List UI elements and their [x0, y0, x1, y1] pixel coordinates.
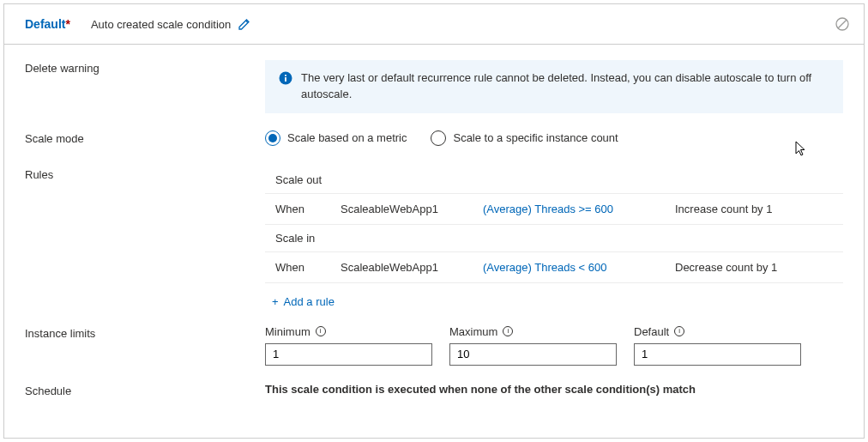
rule-when: When [275, 261, 341, 274]
title-text: Default [25, 17, 65, 31]
rule-target: ScaleableWebApp1 [341, 203, 483, 215]
section-scale-out: Scale out [265, 167, 843, 194]
row-scale-mode: Scale mode Scale based on a metric Scale… [25, 130, 843, 146]
row-instance-limits: Instance limits Minimum i Maximum i [25, 325, 843, 366]
info-icon[interactable]: i [503, 326, 513, 336]
add-rule-label: Add a rule [284, 295, 335, 308]
rule-action: Increase count by 1 [675, 203, 843, 215]
maximum-input[interactable] [449, 343, 617, 366]
rule-when: When [275, 203, 341, 215]
rules-table: Scale out When ScaleableWebApp1 (Average… [265, 167, 843, 283]
instance-limits-group: Minimum i Maximum i De [265, 325, 843, 366]
radio-label-metric: Scale based on a metric [287, 131, 407, 144]
field-label-default: Default i [634, 325, 801, 338]
radio-scale-fixed[interactable]: Scale to a specific instance count [431, 130, 618, 146]
field-maximum: Maximum i [449, 325, 617, 366]
rule-metric-link[interactable]: (Average) Threads < 600 [483, 261, 675, 274]
label-scale-mode: Scale mode [25, 130, 265, 145]
field-label-maximum: Maximum i [449, 325, 617, 338]
info-icon[interactable]: i [316, 326, 326, 336]
radio-indicator-unchecked [431, 130, 446, 146]
svg-rect-4 [285, 75, 286, 76]
row-delete-warning: Delete warning The very last or default … [25, 60, 843, 113]
row-schedule: Schedule This scale condition is execute… [25, 383, 843, 397]
radio-indicator-checked [265, 130, 280, 146]
row-rules: Rules Scale out When ScaleableWebApp1 (A… [25, 167, 843, 308]
svg-line-1 [838, 20, 847, 28]
add-rule-button[interactable]: + Add a rule [272, 295, 843, 308]
rule-row-scale-in[interactable]: When ScaleableWebApp1 (Average) Threads … [265, 252, 843, 283]
panel-body: Delete warning The very last or default … [4, 45, 864, 397]
minimum-label-text: Minimum [265, 325, 310, 338]
default-input[interactable] [634, 343, 801, 366]
rule-metric-link[interactable]: (Average) Threads >= 600 [483, 203, 675, 215]
panel-subtitle: Auto created scale condition [91, 18, 231, 31]
panel-header: Default* Auto created scale condition [4, 4, 864, 45]
field-minimum: Minimum i [265, 325, 432, 366]
scale-condition-panel: Default* Auto created scale condition De… [3, 3, 865, 439]
rule-action: Decrease count by 1 [675, 261, 843, 274]
label-schedule: Schedule [25, 383, 265, 397]
panel-title: Default* [25, 17, 70, 31]
maximum-label-text: Maximum [449, 325, 497, 338]
rule-row-scale-out[interactable]: When ScaleableWebApp1 (Average) Threads … [265, 194, 843, 225]
info-icon [279, 71, 292, 90]
scale-mode-radiogroup: Scale based on a metric Scale to a speci… [265, 130, 843, 146]
radio-label-fixed: Scale to a specific instance count [453, 131, 618, 144]
info-icon[interactable]: i [674, 326, 684, 336]
section-scale-in: Scale in [265, 225, 843, 252]
label-delete-warning: Delete warning [25, 60, 265, 75]
required-star: * [65, 17, 69, 31]
rule-target: ScaleableWebApp1 [341, 261, 483, 274]
delete-warning-callout: The very last or default recurrence rule… [265, 60, 843, 113]
radio-scale-metric[interactable]: Scale based on a metric [265, 130, 407, 146]
schedule-description: This scale condition is executed when no… [265, 383, 696, 396]
plus-icon: + [272, 295, 279, 308]
default-label-text: Default [634, 325, 669, 338]
svg-rect-3 [285, 77, 286, 82]
label-instance-limits: Instance limits [25, 325, 265, 340]
label-rules: Rules [25, 167, 265, 181]
delete-warning-text: The very last or default recurrence rule… [301, 70, 829, 103]
minimum-input[interactable] [265, 343, 432, 366]
field-default: Default i [634, 325, 801, 366]
edit-icon[interactable] [238, 17, 251, 31]
disable-icon[interactable] [835, 16, 850, 32]
field-label-minimum: Minimum i [265, 325, 432, 338]
